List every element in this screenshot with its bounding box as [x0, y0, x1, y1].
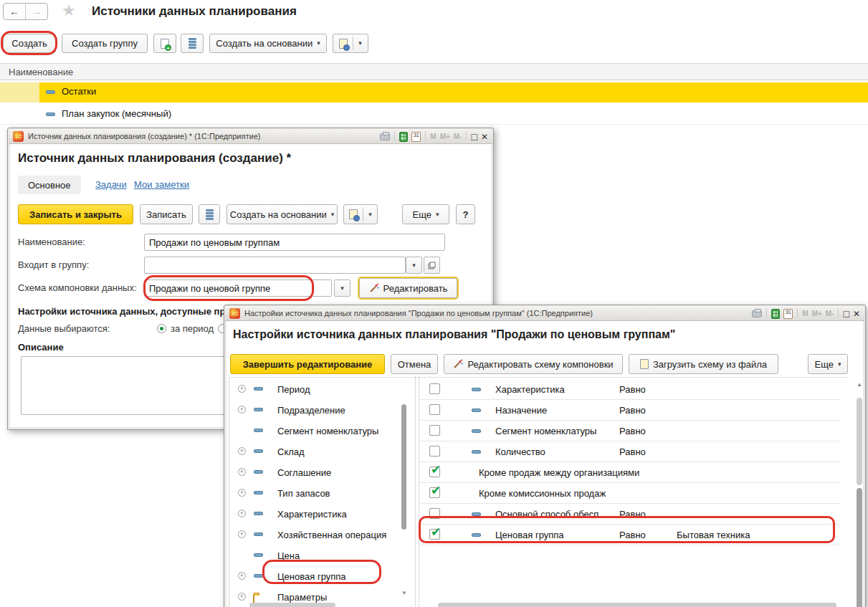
checkbox-checked[interactable]: ✔	[429, 487, 440, 498]
scroll-down-icon[interactable]: ▼	[401, 591, 407, 596]
divider	[797, 308, 798, 317]
filter-row[interactable]: Назначение Равно	[419, 400, 841, 421]
report-history-button[interactable]: ▾	[343, 204, 378, 224]
scroll-up-icon[interactable]: ▲	[857, 382, 862, 388]
expand-icon[interactable]: +	[238, 447, 246, 455]
expand-icon[interactable]: +	[238, 489, 246, 497]
tree-horizontal-scrollbar[interactable]	[249, 603, 335, 607]
create-based-on-button[interactable]: Создать на основании ▾	[226, 204, 338, 224]
checkbox-unchecked[interactable]	[429, 383, 440, 394]
scrollbar-thumb[interactable]	[401, 404, 406, 530]
calculator-icon[interactable]	[771, 309, 780, 319]
tree-item-label: Тип запасов	[277, 488, 330, 499]
tree-vertical-scrollbar[interactable]: ▼	[400, 377, 408, 607]
more-button[interactable]: Еще ▾	[402, 204, 449, 224]
print-icon[interactable]	[380, 133, 390, 140]
group-input[interactable]	[144, 257, 406, 274]
edit-composition-schema-button[interactable]: Редактировать схему компоновки	[444, 354, 623, 374]
expand-icon[interactable]: +	[238, 510, 246, 517]
create-based-on-label: Создать на основании	[216, 38, 313, 49]
finish-editing-button[interactable]: Завершить редактирование	[230, 354, 385, 374]
create-based-on-button[interactable]: Создать на основании ▾	[209, 34, 327, 53]
print-icon[interactable]	[752, 310, 762, 317]
divider	[425, 131, 426, 140]
tab-my-notes[interactable]: Мои заметки	[134, 179, 189, 190]
filter-row[interactable]: Количество Равно	[419, 441, 841, 462]
filter-row[interactable]: Сегмент номенклатуры Равно	[419, 421, 841, 441]
create-group-button[interactable]: Создать группу	[62, 34, 148, 53]
list-settings-button[interactable]	[199, 204, 220, 224]
save-button[interactable]: Записать	[140, 204, 193, 224]
list-row[interactable]: План закупок (месячный)	[0, 105, 868, 125]
column-header-name[interactable]: Наименование	[9, 67, 73, 77]
filter-condition: Равно	[619, 405, 646, 416]
schema-dropdown-button[interactable]: ▾	[334, 279, 350, 297]
tab-main[interactable]: Основное	[18, 176, 81, 194]
load-schema-from-file-button[interactable]: Загрузить схему из файла	[629, 354, 778, 374]
calculator-icon[interactable]	[399, 132, 408, 142]
scrollbar-track-segment[interactable]	[857, 398, 862, 485]
calendar-icon[interactable]: 31	[783, 309, 793, 319]
filters-horizontal-scrollbar[interactable]	[438, 603, 836, 607]
settings-window-titlebar[interactable]: 1С Настройки источника данных планирован…	[225, 306, 864, 321]
expand-icon[interactable]: +	[238, 468, 246, 476]
expand-icon[interactable]: +	[238, 530, 246, 538]
filter-row[interactable]: ✔ Кроме комиссионных продаж	[419, 483, 841, 504]
name-input[interactable]: Продажи по ценовым группам	[144, 234, 445, 251]
checkbox-unchecked[interactable]	[429, 425, 440, 436]
memory-mminus-button[interactable]: M-	[454, 133, 462, 140]
list-row-selected[interactable]: Остатки	[0, 82, 868, 102]
tree-item[interactable]: + Соглашение	[229, 462, 401, 483]
create-window-titlebar[interactable]: 1С Источник данных планирования (создани…	[9, 129, 492, 144]
list-stack-icon	[189, 38, 196, 49]
back-icon: ←	[9, 6, 19, 17]
memory-m-button[interactable]: M	[802, 310, 808, 317]
maximize-icon[interactable]: □	[471, 132, 477, 142]
tree-item[interactable]: + Подразделение	[229, 400, 401, 421]
filter-name: Кроме продаж между организациями	[479, 467, 639, 478]
group-choose-button[interactable]	[424, 257, 440, 274]
checkbox-unchecked[interactable]	[429, 446, 440, 457]
help-button[interactable]: ?	[456, 204, 475, 224]
tree-item[interactable]: Сегмент номенклатуры	[229, 421, 401, 441]
memory-mplus-button[interactable]: M+	[812, 310, 822, 317]
memory-m-button[interactable]: M	[430, 133, 436, 140]
close-icon[interactable]: ✕	[853, 310, 860, 318]
copy-item-button[interactable]: +	[153, 34, 176, 53]
expand-icon[interactable]: +	[238, 406, 246, 414]
filter-row[interactable]: Характеристика Равно	[419, 379, 841, 400]
close-icon[interactable]: ✕	[481, 133, 488, 141]
tree-item[interactable]: + Тип запасов	[229, 483, 401, 504]
tree-item[interactable]: + Склад	[229, 441, 401, 462]
expand-icon[interactable]: +	[238, 385, 246, 393]
report-history-button[interactable]: ▾	[333, 34, 368, 53]
favorite-star-icon[interactable]: ★	[62, 1, 76, 20]
maximize-icon[interactable]: □	[843, 309, 849, 319]
expand-icon[interactable]: +	[238, 593, 246, 601]
divider	[353, 37, 353, 50]
section-header: Настройки источника данных, доступные пр…	[18, 306, 231, 317]
filters-vertical-scrollbar[interactable]: ▲	[855, 379, 864, 607]
back-button[interactable]: ←	[4, 4, 26, 19]
cancel-button[interactable]: Отмена	[391, 354, 438, 374]
edit-schema-button[interactable]: Редактировать	[359, 278, 457, 298]
memory-mminus-button[interactable]: M-	[826, 310, 834, 317]
tree-item[interactable]: + Характеристика	[229, 504, 401, 525]
more-button[interactable]: Еще ▾	[808, 354, 848, 374]
calendar-icon[interactable]: 31	[411, 132, 421, 142]
radio-for-period[interactable]	[157, 324, 166, 333]
expand-icon[interactable]: +	[238, 572, 246, 580]
scrollbar-thumb[interactable]	[857, 488, 862, 607]
list-settings-button[interactable]	[181, 34, 204, 53]
tree-item[interactable]: + Период	[229, 379, 401, 400]
checkbox-unchecked[interactable]	[429, 404, 440, 415]
data-select-label: Данные выбираются:	[18, 323, 110, 334]
tree-item[interactable]: + Хозяйственная операция	[229, 525, 401, 545]
forward-button[interactable]: →	[26, 4, 47, 19]
save-and-close-button[interactable]: Записать и закрыть	[18, 204, 133, 224]
tab-tasks[interactable]: Задачи	[95, 179, 127, 190]
memory-mplus-button[interactable]: M+	[440, 133, 450, 140]
checkbox-checked[interactable]: ✔	[429, 467, 440, 477]
group-dropdown-button[interactable]: ▾	[406, 257, 422, 274]
filter-row[interactable]: ✔ Кроме продаж между организациями	[419, 462, 841, 483]
